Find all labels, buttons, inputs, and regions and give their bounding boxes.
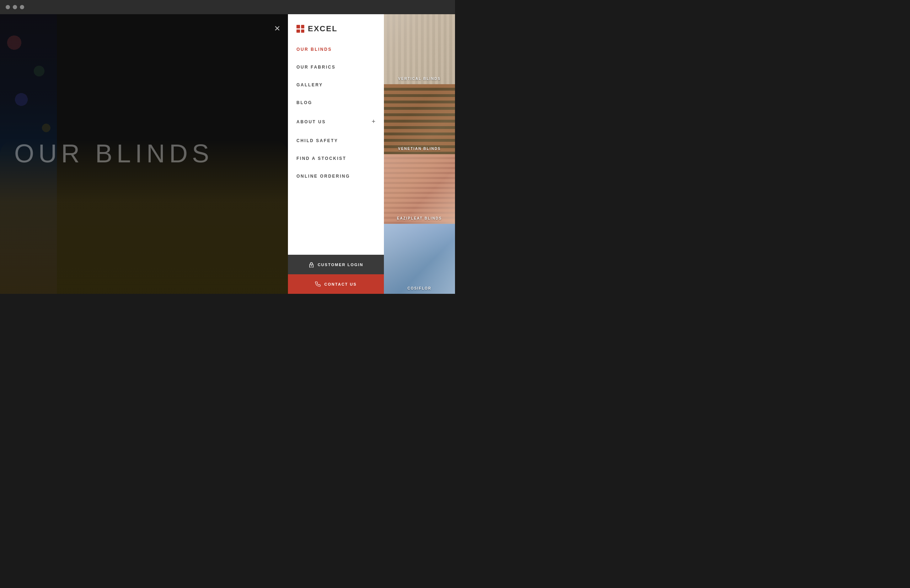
close-button[interactable]: × [270,21,284,36]
image-label-vertical-blinds: VERTICAL BLINDS [384,77,455,81]
nav-item-gallery[interactable]: GALLERY [296,76,376,94]
traffic-light-maximize[interactable] [20,5,24,9]
nav-item-online-ordering[interactable]: ONLINE ORDERING [296,167,376,185]
contact-us-button[interactable]: CONTACT US [288,274,384,294]
logo-icon [296,25,304,33]
nav-item-label-our-fabrics: OUR FABRICS [296,65,335,69]
nav-item-find-stockist[interactable]: FIND A STOCKIST [296,150,376,167]
title-bar [0,0,455,14]
image-card-eazipleat-blinds[interactable]: EAZIPLEAT BLINDS [384,154,455,224]
customer-login-button[interactable]: CUSTOMER LOGIN [288,255,384,274]
plus-icon: + [371,118,376,125]
image-card-vertical-blinds[interactable]: VERTICAL BLINDS [384,14,455,84]
nav-item-about-us[interactable]: ABOUT US + [296,111,376,132]
nav-logo: EXCEL [288,14,384,40]
customer-login-label: CUSTOMER LOGIN [318,263,364,267]
image-label-cosiflor: COSIFLOR [384,286,455,290]
nav-item-label-gallery: GALLERY [296,82,323,87]
contact-us-label: CONTACT US [324,282,356,286]
image-card-venetian-blinds[interactable]: VENETIAN BLINDS [384,84,455,154]
logo-cell-4 [301,29,304,33]
nav-footer: CUSTOMER LOGIN CONTACT US [288,255,384,294]
main-content: OUR BLINDS × EXCEL OUR BLINDS OUR FABRIC… [0,14,455,294]
images-panel: VERTICAL BLINDS VENETIAN BLINDS EAZIPLEA… [384,14,455,294]
traffic-light-close[interactable] [6,5,10,9]
traffic-light-minimize[interactable] [13,5,17,9]
logo-cell-3 [296,29,300,33]
hero-text: OUR BLINDS [14,139,213,168]
nav-item-child-safety[interactable]: CHILD SAFETY [296,132,376,150]
nav-item-blog[interactable]: BLOG [296,94,376,111]
phone-icon [315,281,321,287]
svg-point-1 [311,265,312,266]
image-label-venetian-blinds: VENETIAN BLINDS [384,147,455,151]
image-label-eazipleat-blinds: EAZIPLEAT BLINDS [384,216,455,220]
nav-item-label-about-us: ABOUT US [296,120,326,124]
lock-icon [309,262,314,268]
nav-panel: EXCEL OUR BLINDS OUR FABRICS GALLERY BLO… [288,14,384,294]
nav-item-our-blinds[interactable]: OUR BLINDS [296,40,376,58]
nav-item-label-find-stockist: FIND A STOCKIST [296,156,346,161]
image-card-cosiflor[interactable]: COSIFLOR [384,224,455,294]
nav-item-label-our-blinds: OUR BLINDS [296,47,332,52]
nav-item-label-child-safety: CHILD SAFETY [296,138,338,143]
logo-text: EXCEL [308,24,337,33]
nav-item-our-fabrics[interactable]: OUR FABRICS [296,58,376,76]
logo-cell-1 [296,25,300,28]
nav-item-label-blog: BLOG [296,100,313,105]
nav-menu: OUR BLINDS OUR FABRICS GALLERY BLOG ABOU… [288,40,384,255]
logo-cell-2 [301,25,304,28]
nav-item-label-online-ordering: ONLINE ORDERING [296,174,350,179]
